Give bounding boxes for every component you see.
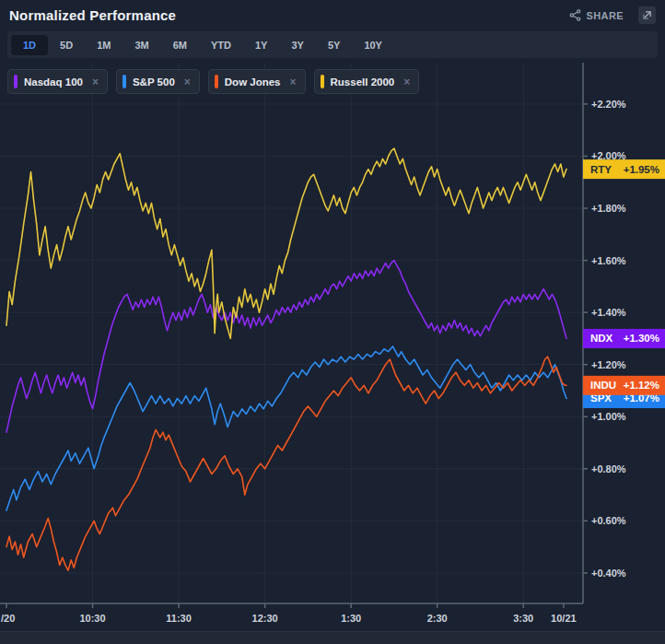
badge-value-NDX: +1.30% (624, 333, 659, 344)
range-tab-5d[interactable]: 5D (48, 35, 85, 55)
legend-chip-nasdaq-100[interactable]: Nasdaq 100 × (7, 69, 108, 94)
remove-series-icon[interactable]: × (403, 76, 410, 88)
remove-series-icon[interactable]: × (290, 76, 297, 88)
x-tick-label: 10/21 (551, 613, 577, 624)
range-tab-1y[interactable]: 1Y (243, 35, 279, 55)
badge-ticker-RTY: RTY (590, 164, 612, 175)
range-tab-3m[interactable]: 3M (122, 35, 160, 55)
legend-chip-sp-500[interactable]: S&P 500 × (116, 69, 200, 94)
series-legend: Nasdaq 100 × S&P 500 × Dow Jones × Russe… (7, 69, 419, 94)
range-tab-1m[interactable]: 1M (85, 35, 122, 55)
range-tab-3y[interactable]: 3Y (279, 35, 315, 55)
series-color-bar (321, 75, 324, 88)
remove-series-icon[interactable]: × (184, 76, 191, 88)
performance-chart[interactable]: +2.20%+2.00%+1.80%+1.60%+1.40%+1.20%+1.0… (0, 61, 665, 632)
range-tab-ytd[interactable]: YTD (199, 35, 243, 55)
series-color-bar (14, 75, 18, 88)
legend-chip-russell-2000[interactable]: Russell 2000 × (314, 69, 420, 94)
series-line-INDU (6, 357, 566, 570)
badge-value-RTY: +1.95% (624, 164, 659, 175)
range-tab-5y[interactable]: 5Y (316, 35, 352, 55)
x-tick-label: 11:30 (166, 613, 192, 624)
x-tick-label: /20 (1, 613, 15, 624)
share-nodes-icon (569, 9, 581, 21)
range-tab-10y[interactable]: 10Y (352, 35, 394, 55)
series-line-NDX (6, 261, 566, 433)
series-color-bar (215, 75, 218, 88)
y-tick-label: +0.80% (591, 463, 626, 474)
y-tick-label: +1.60% (591, 255, 626, 266)
y-tick-label: +1.40% (591, 307, 626, 318)
x-tick-label: 1:30 (341, 613, 361, 624)
badge-ticker-INDU: INDU (590, 380, 616, 391)
series-line-SPX (6, 346, 566, 510)
bottom-panel-edge (0, 631, 665, 644)
share-label: SHARE (586, 10, 624, 21)
x-tick-label: 3:30 (513, 613, 533, 624)
external-link-icon (642, 10, 652, 20)
badge-value-INDU: +1.12% (624, 380, 659, 391)
x-tick-label: 2:30 (427, 613, 448, 624)
y-tick-label: +1.80% (591, 203, 626, 214)
legend-chip-dow-jones[interactable]: Dow Jones × (208, 69, 306, 94)
range-tab-6m[interactable]: 6M (161, 35, 199, 55)
y-tick-label: +2.20% (591, 99, 626, 110)
popout-button[interactable] (638, 6, 656, 24)
chart-area: +2.20%+2.00%+1.80%+1.60%+1.40%+1.20%+1.0… (0, 61, 665, 632)
y-tick-label: +1.20% (591, 359, 626, 370)
range-tabbar: 1D 5D 1M 3M 6M YTD 1Y 3Y 5Y 10Y (7, 31, 658, 58)
remove-series-icon[interactable]: × (92, 76, 99, 88)
range-tab-1d[interactable]: 1D (11, 35, 48, 55)
y-tick-label: +0.40% (591, 568, 626, 579)
x-tick-label: 10:30 (79, 613, 105, 624)
y-tick-label: +1.00% (591, 411, 626, 422)
x-tick-label: 12:30 (252, 613, 278, 624)
y-tick-label: +0.60% (591, 515, 626, 526)
series-color-bar (122, 75, 126, 88)
badge-ticker-NDX: NDX (590, 333, 613, 344)
share-button[interactable]: SHARE (569, 9, 624, 21)
page-title: Normalized Performance (9, 7, 176, 23)
panel-header: Normalized Performance SHARE (0, 0, 665, 30)
normalized-performance-panel: Normalized Performance SHARE (0, 0, 665, 644)
